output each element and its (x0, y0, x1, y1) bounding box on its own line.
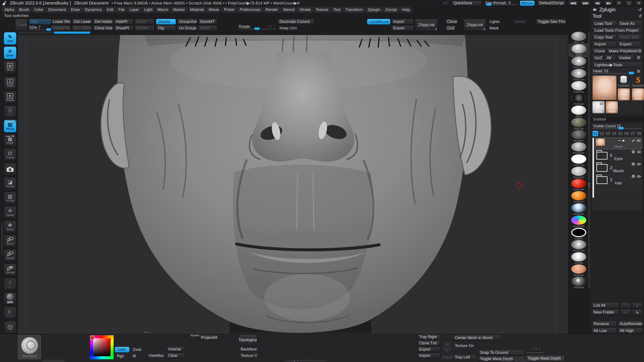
menu-brush[interactable]: Brush (17, 7, 31, 13)
divider-left-button[interactable]: ◀▮▮▮ (568, 1, 578, 6)
export-button[interactable]: Export (391, 25, 414, 31)
slider-track[interactable] (592, 128, 642, 129)
all-low-button[interactable]: All Low (592, 328, 617, 334)
texture-on-button[interactable]: Texture On (239, 353, 257, 358)
clone-button[interactable]: Clone (445, 19, 457, 24)
lower-res-button[interactable]: Lower Res (51, 19, 71, 24)
import-tool-button[interactable]: Import (592, 41, 617, 47)
head-tool-slider[interactable]: Head. 51 (592, 69, 634, 74)
export-tool-button[interactable]: Export (618, 41, 642, 47)
del-higher-button[interactable]: Del Higher (72, 25, 92, 31)
visible-button[interactable]: Visible (617, 55, 634, 61)
menu-dynamics[interactable]: Dynamics (83, 7, 104, 13)
menu-macro[interactable]: Macro (155, 7, 170, 13)
zadd-button[interactable]: Zadd (115, 347, 130, 352)
inverse-button[interactable]: Inverse (166, 346, 185, 352)
flip-v-button[interactable]: ⇅ Flip V (4, 278, 16, 290)
restore-button[interactable]: ▢ (626, 1, 632, 6)
move-down-button[interactable]: ↓ (632, 302, 643, 308)
draw-button[interactable]: ✛ Draw (4, 46, 16, 59)
save-as-button[interactable]: Save As (618, 20, 642, 26)
move-into-button[interactable]: ↳ (632, 309, 643, 315)
material-item[interactable]: Flat Colo (569, 154, 588, 167)
bpr-button[interactable]: BPR (4, 292, 16, 305)
rename-button[interactable]: Rename (592, 321, 617, 327)
subtool-header[interactable]: Subtool (591, 117, 644, 122)
new-folder-button[interactable]: New Folder (592, 309, 619, 315)
menu-file[interactable]: File (116, 7, 127, 13)
material-item[interactable]: MatCap (569, 118, 588, 130)
gear-icon[interactable] (631, 150, 635, 154)
invers-button[interactable]: ◧ Invers (4, 307, 16, 319)
stroke-thumb[interactable]: Dots (42, 359, 65, 362)
gear-icon[interactable] (631, 162, 635, 166)
menu-tool[interactable]: Tool (331, 7, 342, 13)
default-zscript-button[interactable]: DefaultZScript (538, 1, 566, 6)
close-button[interactable]: ✕ (636, 1, 642, 6)
subtool-folder-hair[interactable]: 2 Hair (595, 174, 642, 186)
material-item[interactable]: Reflecte (569, 203, 588, 216)
scroll-right-icon[interactable]: ▶ (588, 183, 590, 185)
paste-tool-button[interactable]: Paste Tool (618, 34, 642, 40)
toggle-mask-depth-button2[interactable]: Toggle Mask Depth (526, 355, 564, 361)
menu-light[interactable]: Light (142, 7, 154, 13)
keep-uvs-button[interactable]: Keep UVs (278, 25, 314, 31)
slider-handle[interactable] (254, 27, 260, 30)
backfacemask-button[interactable]: BackfaceMask (239, 346, 257, 352)
polypaint-arrow-icon[interactable]: ↞ (618, 139, 620, 142)
scroll-left-icon[interactable]: ◀ (588, 185, 590, 188)
export-disabled-button[interactable]: Export (440, 355, 454, 360)
material-item[interactable]: ReflectR (569, 179, 588, 191)
rgb-button[interactable]: Rgb (115, 353, 130, 359)
menu-render[interactable]: Render (263, 7, 280, 13)
menu-transform[interactable]: Transform (343, 7, 365, 13)
material-item[interactable]: ReflectY (569, 191, 588, 203)
scale-button[interactable]: S Scale (4, 77, 16, 89)
menu-zscript[interactable]: Zscript (383, 7, 399, 13)
down-arrow-icon[interactable]: ▼ (147, 331, 150, 334)
eye-icon[interactable] (637, 151, 641, 153)
rotate-slider[interactable]: Rotate x y z (238, 24, 276, 30)
polyframe-button[interactable]: Line Fill ▦ PolyF (4, 134, 16, 147)
tray-left-button[interactable]: Tray Left (453, 355, 476, 360)
subtool-folder-mouth[interactable]: 2 Mouth (595, 161, 642, 174)
tab-v6[interactable]: V6 (624, 131, 630, 136)
toggle-see-through-button[interactable]: Toggle See-Through (536, 19, 566, 24)
material-item[interactable]: BumpVie (569, 142, 588, 154)
tool-thumb-cylinder[interactable]: Cylinder (618, 75, 630, 87)
tab-v1[interactable]: V1 (592, 131, 598, 136)
canvas-scroll-arrows[interactable]: ▲▼ (144, 331, 150, 334)
delmt-button[interactable]: DelMT (198, 25, 217, 31)
slider-track[interactable] (592, 73, 634, 73)
menu-zplugin[interactable]: Zplugin (366, 7, 382, 13)
groupvisible-button[interactable]: GroupVisible (177, 19, 197, 24)
material-scroll-arrows[interactable]: ▶ ◀ (588, 182, 590, 188)
repeat-to-active-label[interactable]: Repeat To Active (500, 358, 529, 362)
dock-left-button[interactable]: ◀▣ (593, 1, 602, 6)
make-polymesh3d-button[interactable]: Make PolyMesh3D (607, 48, 642, 54)
tab-v4[interactable]: V4 (611, 131, 617, 136)
texture-on-button2[interactable]: Texture On (453, 343, 476, 349)
ptsel-button[interactable]: ▥ Pt Sel (4, 192, 16, 204)
material-item[interactable]: NormalR (569, 216, 588, 228)
blend-circles-icon[interactable]: ●● (622, 139, 624, 142)
double-button[interactable]: Double (156, 19, 176, 24)
r-button[interactable]: R (636, 55, 642, 61)
eye-icon[interactable] (637, 175, 641, 178)
material-item[interactable]: BasicMa (569, 167, 588, 179)
zapplink-button[interactable]: ZAppLink ◢ (415, 19, 438, 31)
topological-button[interactable]: Topological (239, 334, 257, 346)
tab-v8[interactable]: V8 (636, 131, 642, 136)
tab-v5[interactable]: V5 (618, 131, 623, 136)
see-through-slider[interactable]: See-through 0 (485, 1, 517, 6)
material-item[interactable]: MatCap (569, 264, 588, 277)
viewmask-button[interactable]: ViewMask (146, 353, 164, 358)
move-out-button[interactable]: ↪ (620, 309, 631, 315)
menu-stroke[interactable]: Stroke (298, 7, 313, 13)
menu-edit[interactable]: Edit (104, 7, 116, 13)
close-holes-button[interactable]: Close Holes (93, 25, 113, 31)
zsub-button[interactable]: Zsub (131, 347, 144, 352)
half-circle-icon[interactable]: ◐ (625, 139, 627, 142)
clone-tool-button[interactable]: Clone (592, 48, 606, 54)
load-tools-from-project-button[interactable]: Load Tools From Project (592, 27, 642, 33)
